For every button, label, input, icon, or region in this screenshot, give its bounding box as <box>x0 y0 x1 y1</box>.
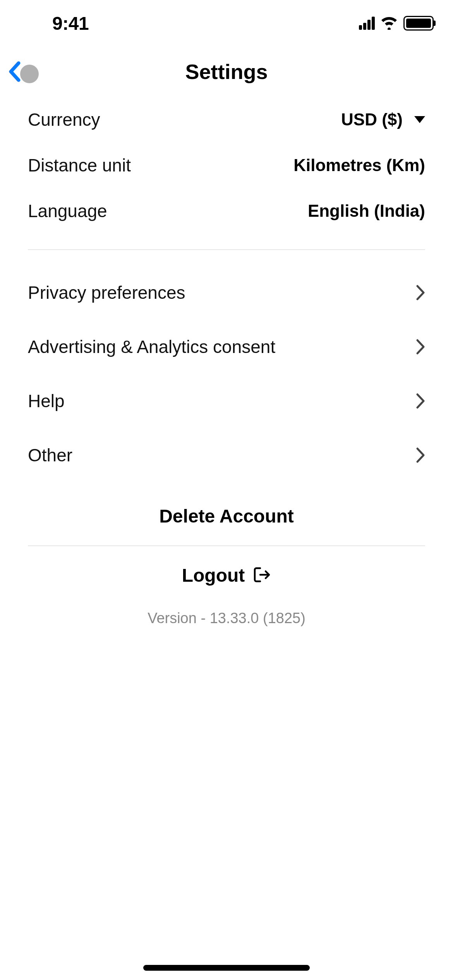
page-title: Settings <box>185 60 268 84</box>
cellular-signal-icon <box>359 17 375 30</box>
distance-unit-row[interactable]: Distance unit Kilometres (Km) <box>28 142 425 188</box>
advertising-consent-row[interactable]: Advertising & Analytics consent <box>28 320 425 374</box>
nav-bar: Settings <box>0 46 453 97</box>
logout-label: Logout <box>182 565 245 586</box>
wifi-icon <box>380 17 398 30</box>
help-row[interactable]: Help <box>28 374 425 428</box>
chevron-right-icon <box>416 284 425 301</box>
other-label: Other <box>28 445 72 466</box>
delete-account-label: Delete Account <box>159 506 294 526</box>
delete-account-button[interactable]: Delete Account <box>28 482 425 545</box>
status-icons <box>359 16 434 31</box>
language-value: English (India) <box>308 201 425 221</box>
logout-button[interactable]: Logout <box>28 546 425 598</box>
help-label: Help <box>28 391 65 411</box>
dropdown-caret-icon <box>414 116 425 123</box>
chevron-right-icon <box>416 447 425 463</box>
advertising-label: Advertising & Analytics consent <box>28 336 275 357</box>
chevron-right-icon <box>416 339 425 355</box>
privacy-label: Privacy preferences <box>28 282 185 303</box>
currency-label: Currency <box>28 109 100 130</box>
distance-label: Distance unit <box>28 155 131 176</box>
divider <box>28 249 425 250</box>
privacy-preferences-row[interactable]: Privacy preferences <box>28 266 425 320</box>
other-row[interactable]: Other <box>28 428 425 482</box>
battery-icon <box>403 16 434 31</box>
back-button[interactable] <box>7 56 38 87</box>
currency-row[interactable]: Currency USD ($) <box>28 97 425 142</box>
distance-value: Kilometres (Km) <box>293 156 425 175</box>
status-bar: 9:41 <box>0 0 453 46</box>
language-label: Language <box>28 200 107 221</box>
home-indicator[interactable] <box>143 965 310 971</box>
chevron-right-icon <box>416 393 425 409</box>
version-label: Version - 13.33.0 (1825) <box>28 598 425 639</box>
currency-value: USD ($) <box>341 110 403 129</box>
language-row[interactable]: Language English (India) <box>28 188 425 234</box>
status-time: 9:41 <box>52 13 89 34</box>
logout-icon <box>253 566 271 585</box>
back-dot-icon <box>20 65 39 83</box>
